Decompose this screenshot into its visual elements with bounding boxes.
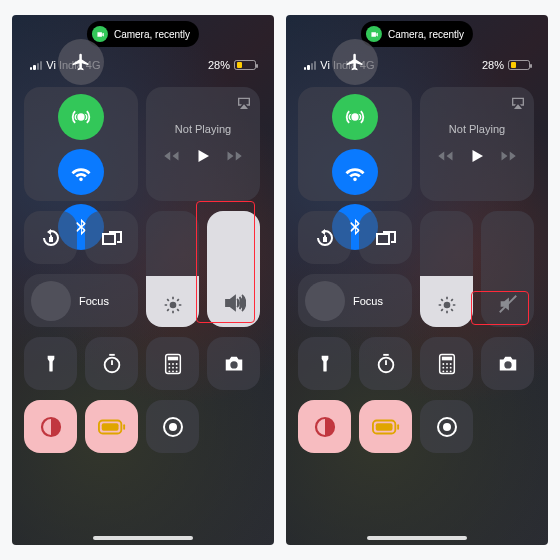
play-icon[interactable] xyxy=(468,147,486,165)
play-icon[interactable] xyxy=(194,147,212,165)
phone-screen-right: Camera, recently Vi India 4G 28% xyxy=(286,15,548,545)
orientation-lock-icon xyxy=(313,226,337,250)
svg-point-22 xyxy=(175,370,177,372)
timer-icon xyxy=(101,353,123,375)
timer-button[interactable] xyxy=(359,337,412,390)
airplane-toggle[interactable] xyxy=(58,39,104,85)
volume-slider[interactable] xyxy=(207,211,260,327)
flashlight-button[interactable] xyxy=(298,337,351,390)
battery-icon xyxy=(508,60,530,70)
signal-icon xyxy=(30,60,42,70)
accessibility-display-button[interactable] xyxy=(298,400,351,453)
svg-line-5 xyxy=(167,299,169,301)
svg-rect-26 xyxy=(123,424,125,430)
svg-point-50 xyxy=(449,366,451,368)
svg-point-54 xyxy=(504,361,511,368)
wifi-toggle[interactable] xyxy=(58,149,104,195)
contrast-icon xyxy=(313,415,337,439)
svg-rect-27 xyxy=(101,423,118,430)
volume-full-icon xyxy=(222,291,246,315)
home-indicator[interactable] xyxy=(367,536,467,540)
svg-point-30 xyxy=(443,302,450,309)
svg-point-17 xyxy=(168,366,170,368)
flashlight-icon xyxy=(315,353,335,375)
screen-mirroring-toggle[interactable] xyxy=(359,211,412,264)
media-tile[interactable]: Not Playing xyxy=(146,87,260,201)
svg-line-36 xyxy=(451,309,453,311)
brightness-icon xyxy=(163,295,183,315)
brightness-slider[interactable] xyxy=(420,211,473,327)
calculator-button[interactable] xyxy=(420,337,473,390)
home-indicator[interactable] xyxy=(93,536,193,540)
camera-button[interactable] xyxy=(481,337,534,390)
svg-point-14 xyxy=(168,363,170,365)
privacy-pill-label: Camera, recently xyxy=(114,29,190,40)
focus-toggle[interactable]: Focus xyxy=(24,274,138,327)
battery-pct: 28% xyxy=(208,59,230,71)
focus-toggle[interactable]: Focus xyxy=(298,274,412,327)
volume-mute-icon xyxy=(497,293,519,315)
prev-icon[interactable] xyxy=(162,147,180,165)
flashlight-icon xyxy=(41,353,61,375)
airplane-toggle[interactable] xyxy=(332,39,378,85)
brightness-slider[interactable] xyxy=(146,211,199,327)
screen-mirroring-icon xyxy=(100,226,124,250)
camera-button[interactable] xyxy=(207,337,260,390)
connectivity-group[interactable] xyxy=(298,87,412,201)
cellular-toggle[interactable] xyxy=(332,94,378,140)
airplay-icon[interactable] xyxy=(236,95,252,111)
calculator-button[interactable] xyxy=(146,337,199,390)
svg-point-20 xyxy=(168,370,170,372)
svg-point-40 xyxy=(378,357,393,372)
low-power-button[interactable] xyxy=(359,400,412,453)
svg-point-52 xyxy=(446,370,448,372)
volume-slider[interactable] xyxy=(481,211,534,327)
next-icon[interactable] xyxy=(226,147,244,165)
svg-point-45 xyxy=(442,363,444,365)
low-power-icon xyxy=(98,419,126,435)
privacy-pill[interactable]: Camera, recently xyxy=(87,21,199,47)
privacy-pill[interactable]: Camera, recently xyxy=(361,21,473,47)
media-title: Not Playing xyxy=(175,123,231,135)
low-power-button[interactable] xyxy=(85,400,138,453)
connectivity-group[interactable] xyxy=(24,87,138,201)
airplay-icon[interactable] xyxy=(510,95,526,111)
prev-icon[interactable] xyxy=(436,147,454,165)
camera-indicator-icon xyxy=(366,26,382,42)
control-center: Not Playing xyxy=(298,87,536,463)
focus-label: Focus xyxy=(353,295,383,307)
media-tile[interactable]: Not Playing xyxy=(420,87,534,201)
orientation-lock-toggle[interactable] xyxy=(298,211,351,264)
screen-mirroring-toggle[interactable] xyxy=(85,211,138,264)
status-bar: Vi India 4G 28% xyxy=(12,59,274,71)
timer-button[interactable] xyxy=(85,337,138,390)
brightness-icon xyxy=(437,295,457,315)
cellular-icon xyxy=(70,106,92,128)
svg-line-7 xyxy=(167,309,169,311)
svg-line-8 xyxy=(177,299,179,301)
screen-mirroring-icon xyxy=(374,226,398,250)
accessibility-display-button[interactable] xyxy=(24,400,77,453)
svg-point-49 xyxy=(446,366,448,368)
focus-label: Focus xyxy=(79,295,109,307)
moon-icon xyxy=(41,291,61,311)
svg-line-35 xyxy=(441,299,443,301)
wifi-toggle[interactable] xyxy=(332,149,378,195)
screen-record-button[interactable] xyxy=(420,400,473,453)
cellular-toggle[interactable] xyxy=(58,94,104,140)
next-icon[interactable] xyxy=(500,147,518,165)
svg-point-60 xyxy=(443,423,451,431)
orientation-lock-icon xyxy=(39,226,63,250)
calculator-icon xyxy=(164,353,182,375)
svg-point-46 xyxy=(446,363,448,365)
screen-record-button[interactable] xyxy=(146,400,199,453)
svg-rect-58 xyxy=(375,423,392,430)
svg-point-16 xyxy=(175,363,177,365)
svg-point-21 xyxy=(172,370,174,372)
svg-point-29 xyxy=(169,423,177,431)
flashlight-button[interactable] xyxy=(24,337,77,390)
svg-point-51 xyxy=(442,370,444,372)
battery-icon xyxy=(234,60,256,70)
battery-pct: 28% xyxy=(482,59,504,71)
orientation-lock-toggle[interactable] xyxy=(24,211,77,264)
